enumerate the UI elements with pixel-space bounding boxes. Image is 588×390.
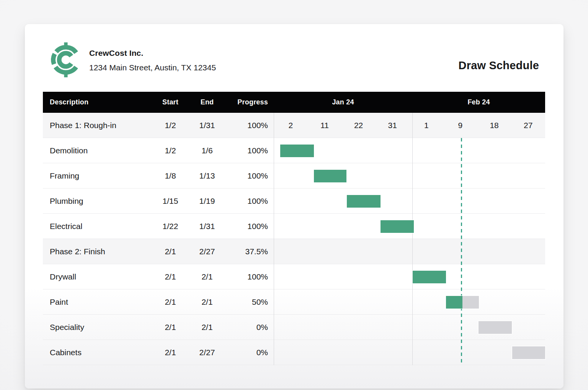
cell-description: Demolition (43, 146, 153, 155)
document-card: CrewCost Inc. 1234 Main Street, Austin, … (25, 24, 564, 388)
cell-end: 1/6 (188, 146, 227, 155)
day-tick: 1 (410, 113, 444, 138)
brand-block: CrewCost Inc. 1234 Main Street, Austin, … (49, 42, 216, 78)
cell-start: 1/22 (153, 222, 188, 231)
column-header-start: Start (153, 98, 188, 106)
table-row-speciality: Speciality 2/1 2/1 0% (43, 315, 545, 340)
day-tick: 2 (274, 113, 308, 138)
cell-end: 2/1 (188, 297, 227, 307)
cell-progress: 37.5% (227, 247, 274, 256)
page-title: Draw Schedule (459, 59, 539, 72)
table-row-drywall: Drywall 2/1 2/1 100% (43, 264, 545, 289)
cell-start: 1/2 (153, 121, 188, 130)
day-tick: 22 (341, 113, 376, 138)
column-header-description: Description (43, 98, 153, 106)
day-tick: 27 (511, 113, 545, 138)
cell-start: 1/8 (153, 171, 188, 180)
cell-start: 2/1 (153, 297, 188, 307)
cell-description: Cabinets (43, 348, 153, 357)
company-name: CrewCost Inc. (89, 47, 216, 59)
company-address: 1234 Main Street, Austin, TX 12345 (89, 62, 216, 73)
letterhead: CrewCost Inc. 1234 Main Street, Austin, … (49, 42, 539, 78)
cell-progress: 100% (227, 197, 274, 206)
timeline-axis: 2 11 22 31 1 9 18 27 (274, 113, 545, 138)
cell-progress: 100% (227, 121, 274, 130)
day-tick: 11 (308, 113, 342, 138)
cell-end: 2/1 (188, 323, 227, 332)
cell-end: 1/19 (188, 197, 227, 206)
cell-description: Phase 2: Finish (43, 247, 153, 256)
draw-schedule-table: Description Start End Progress Jan 24 Fe… (43, 92, 545, 365)
cell-start: 1/15 (153, 197, 188, 206)
day-tick: 18 (477, 113, 511, 138)
cell-description: Framing (43, 171, 153, 180)
table-row-phase-1: Phase 1: Rough-in 1/2 1/31 100% 2 11 22 … (43, 113, 545, 138)
day-tick: 9 (443, 113, 477, 138)
cell-end: 1/13 (188, 171, 227, 180)
cell-end: 2/1 (188, 272, 227, 281)
cell-start: 2/1 (153, 247, 188, 256)
cell-progress: 0% (227, 348, 274, 357)
cell-progress: 0% (227, 323, 274, 332)
cell-progress: 100% (227, 222, 274, 231)
cell-end: 1/31 (188, 121, 227, 130)
table-row-phase-2: Phase 2: Finish 2/1 2/27 37.5% (43, 239, 545, 264)
crewcost-logo-icon (49, 42, 83, 78)
cell-progress: 50% (227, 297, 274, 307)
cell-end: 2/27 (188, 348, 227, 357)
cell-end: 1/31 (188, 222, 227, 231)
cell-progress: 100% (227, 146, 274, 155)
cell-description: Speciality (43, 323, 153, 332)
cell-description: Electrical (43, 222, 153, 231)
table-row-plumbing: Plumbing 1/15 1/19 100% (43, 188, 545, 214)
day-tick-row: 2 11 22 31 1 9 18 27 (274, 113, 545, 138)
column-header-month-jan: Jan 24 (274, 98, 412, 106)
cell-start: 2/1 (153, 323, 188, 332)
cell-description: Phase 1: Rough-in (43, 121, 153, 130)
day-tick: 31 (376, 113, 410, 138)
column-header-progress: Progress (227, 98, 274, 106)
cell-start: 1/2 (153, 146, 188, 155)
table-row-demolition: Demolition 1/2 1/6 100% (43, 138, 545, 163)
cell-start: 2/1 (153, 272, 188, 281)
table-row-framing: Framing 1/8 1/13 100% (43, 163, 545, 188)
cell-description: Plumbing (43, 197, 153, 206)
cell-description: Paint (43, 297, 153, 307)
company-info: CrewCost Inc. 1234 Main Street, Austin, … (89, 47, 216, 73)
table-row-cabinets: Cabinets 2/1 2/27 0% (43, 340, 545, 365)
cell-description: Drywall (43, 272, 153, 281)
cell-end: 2/27 (188, 247, 227, 256)
cell-progress: 100% (227, 272, 274, 281)
table-row-paint: Paint 2/1 2/1 50% (43, 289, 545, 315)
column-header-end: End (188, 98, 227, 106)
table-header-row: Description Start End Progress Jan 24 Fe… (43, 92, 545, 113)
table-row-electrical: Electrical 1/22 1/31 100% (43, 214, 545, 239)
cell-start: 2/1 (153, 348, 188, 357)
cell-progress: 100% (227, 171, 274, 180)
column-header-month-feb: Feb 24 (412, 98, 545, 106)
